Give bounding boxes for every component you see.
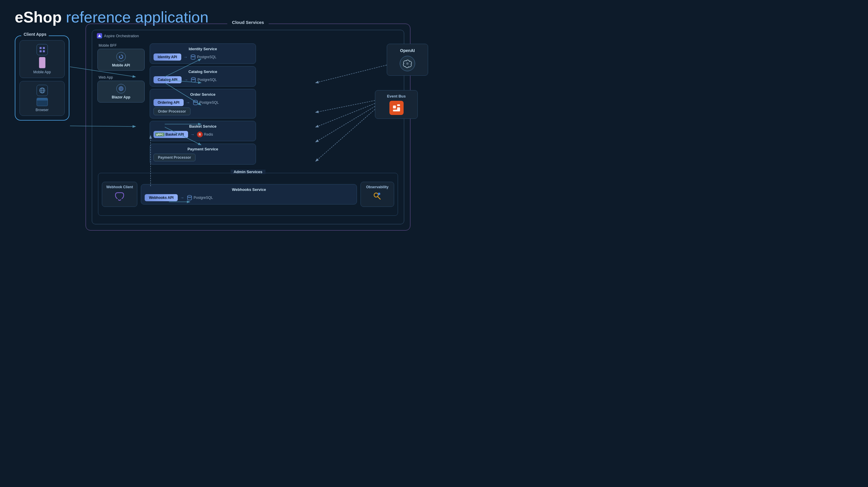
browser-window-icon: [37, 98, 48, 106]
webhook-client-icon: [114, 191, 125, 204]
order-processor-row: Order Processor: [154, 108, 252, 115]
order-service-title: Order Service: [154, 92, 252, 97]
order-service-row: Ordering API → PostgreSQL: [154, 99, 252, 106]
observability-card: Observability: [361, 182, 394, 207]
aspire-triangle-icon: [98, 34, 101, 37]
openai-title: OpenAI: [400, 48, 415, 53]
blazor-app-label: Blazor App: [112, 95, 130, 99]
globe-icon: [39, 87, 46, 94]
identity-service-box: Identity Service Identity API → PostgreS…: [150, 44, 256, 64]
openai-box: OpenAI: [387, 44, 428, 76]
svg-point-14: [191, 55, 195, 56]
event-bus-box: Event Bus: [375, 90, 418, 119]
catalog-db-label: PostgreSQL: [197, 78, 217, 82]
arrow-order: →: [186, 100, 190, 105]
svg-point-20: [187, 195, 192, 197]
svg-rect-2: [39, 50, 42, 52]
browser-card: Browser: [20, 81, 65, 116]
mobile-bff-label: Mobile BFF: [97, 44, 145, 48]
title-suffix: reference application: [62, 8, 209, 26]
svg-rect-0: [39, 47, 42, 49]
basket-service-row: gRPC Basket API → R Redis: [154, 131, 252, 138]
svg-point-16: [191, 78, 195, 79]
aspire-label-text: Aspire Orchestration: [104, 34, 139, 38]
grid-icon: [39, 47, 45, 53]
mobile-app-label: Mobile App: [33, 70, 51, 74]
rabbitmq-logo: [392, 103, 401, 113]
payment-processor-pill: Payment Processor: [154, 154, 195, 161]
page-title: eShop reference application: [15, 8, 209, 26]
svg-rect-28: [393, 110, 400, 111]
pg-icon-identity: [190, 54, 196, 60]
payment-service-title: Payment Service: [154, 147, 252, 151]
catalog-service-box: Catalog Service Catalog API → PostgreSQL: [150, 66, 256, 87]
svg-point-24: [378, 193, 380, 195]
svg-rect-3: [43, 50, 45, 52]
observability-icon: [372, 191, 383, 204]
webhooks-service-title: Webhooks Service: [145, 188, 353, 192]
catalog-service-row: Catalog API → PostgreSQL: [154, 76, 252, 83]
order-db-label: PostgreSQL: [199, 101, 219, 105]
aspire-label: Aspire Orchestration: [97, 33, 139, 38]
admin-services-label: Admin Services: [230, 170, 266, 174]
openai-icon: [400, 56, 415, 71]
webhooks-db-label: PostgreSQL: [194, 196, 213, 200]
mobile-api-icon: [116, 52, 126, 61]
webhook-client-card: Webhook Client: [102, 182, 137, 207]
svg-rect-1: [43, 47, 45, 49]
svg-point-13: [121, 88, 122, 89]
order-db: PostgreSQL: [192, 99, 219, 106]
services-column: Identity Service Identity API → PostgreS…: [150, 44, 256, 178]
basket-db-label: Redis: [204, 133, 213, 137]
redis-icon: R: [197, 132, 203, 137]
rabbitmq-icon: [390, 101, 404, 115]
client-apps-label: Client Apps: [21, 32, 49, 37]
webhooks-db: PostgreSQL: [187, 195, 213, 201]
page: eShop reference application Client Apps …: [0, 0, 434, 244]
basket-api-label: Basket API: [166, 133, 184, 137]
pg-icon-webhooks: [187, 195, 192, 201]
webhook-icon: [114, 191, 125, 202]
basket-db: R Redis: [197, 132, 213, 137]
identity-db: PostgreSQL: [190, 54, 216, 60]
identity-db-label: PostgreSQL: [197, 55, 216, 59]
svg-marker-10: [119, 56, 120, 57]
openai-logo: [403, 59, 412, 68]
svg-marker-9: [98, 34, 101, 37]
webhooks-service-row: Webhooks API → PostgreSQL: [145, 194, 353, 201]
catalog-db: PostgreSQL: [190, 77, 217, 83]
svg-line-23: [378, 197, 380, 199]
title-prefix: eShop: [15, 8, 62, 26]
svg-point-18: [193, 100, 197, 102]
mobile-app-card: Mobile App: [20, 40, 65, 78]
observability-wrench-icon: [372, 191, 383, 202]
svg-rect-26: [397, 104, 400, 106]
order-service-box: Order Service Ordering API → PostgreSQL: [150, 89, 256, 118]
event-bus-title: Event Bus: [387, 94, 406, 98]
payment-service-box: Payment Service Payment Processor: [150, 144, 256, 165]
arrow-basket: →: [190, 132, 194, 137]
payment-processor-row: Payment Processor: [154, 154, 252, 161]
svg-rect-25: [393, 106, 396, 109]
browser-label: Browser: [35, 108, 49, 112]
blazor-icon: [116, 84, 126, 93]
basket-service-title: Basket Service: [154, 124, 252, 128]
webhook-client-title: Webhook Client: [106, 185, 133, 189]
observability-title: Observability: [366, 185, 389, 189]
basket-api-pill: gRPC Basket API: [154, 131, 188, 138]
mobile-phone-icon: [39, 57, 45, 68]
ordering-api-pill: Ordering API: [154, 99, 184, 106]
mobile-api-refresh-icon: [118, 54, 124, 59]
webhooks-service-box: Webhooks Service Webhooks API → Postg: [141, 184, 357, 204]
svg-point-29: [406, 62, 409, 65]
aspire-box: Aspire Orchestration Mobile BFF Mobile A…: [92, 30, 404, 224]
mobile-api-label: Mobile API: [112, 63, 130, 67]
mobile-api-card: Mobile API: [97, 49, 145, 70]
web-app-section-label: Web App: [97, 75, 145, 80]
catalog-api-pill: Catalog API: [154, 76, 182, 83]
pg-icon-order: [192, 99, 198, 106]
blazor-app-card: Blazor App: [97, 81, 145, 103]
admin-services-box: Admin Services Webhook Client: [98, 173, 398, 216]
catalog-service-title: Catalog Service: [154, 69, 252, 74]
identity-api-pill: Identity API: [154, 54, 181, 61]
